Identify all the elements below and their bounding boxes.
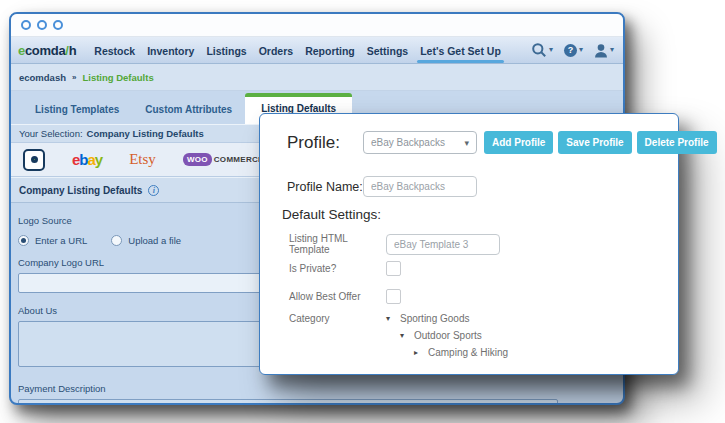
tree-item-sporting-goods[interactable]: ▾ Sporting Goods xyxy=(386,313,508,324)
is-private-field: Is Private? xyxy=(289,261,401,276)
selection-value: Company Listing Defaults xyxy=(87,128,204,139)
nav-item-orders[interactable]: Orders xyxy=(259,38,293,63)
selection-label: Your Selection: xyxy=(19,128,83,139)
profile-row: Profile: eBay Backpacks ▾ Add Profile Sa… xyxy=(287,131,717,154)
ebay-letter: b xyxy=(79,151,87,168)
tree-item-camping-hiking[interactable]: ▸ Camping & Hiking xyxy=(414,347,508,358)
nav-item-reporting[interactable]: Reporting xyxy=(305,38,355,63)
default-settings-heading: Default Settings: xyxy=(282,207,381,222)
search-icon xyxy=(531,42,547,58)
profile-label: Profile: xyxy=(287,133,363,153)
logo-part: h xyxy=(69,43,77,58)
add-profile-button[interactable]: Add Profile xyxy=(484,131,553,154)
breadcrumb-home[interactable]: ecomdash xyxy=(19,72,66,83)
user-icon xyxy=(594,43,608,58)
profile-select-value: eBay Backpacks xyxy=(371,137,445,148)
navbar-right-icons: ▾ ? ▾ ▾ xyxy=(523,42,614,58)
payment-description-label: Payment Description xyxy=(18,383,623,394)
chevron-down-icon: ▾ xyxy=(464,138,469,148)
tree-item-label: Camping & Hiking xyxy=(428,347,508,358)
radio-enter-url-label: Enter a URL xyxy=(35,235,87,246)
listing-html-template-input[interactable] xyxy=(386,234,500,255)
tree-item-label: Outdoor Sports xyxy=(414,330,482,341)
help-menu[interactable]: ? ▾ xyxy=(564,44,583,57)
save-profile-button[interactable]: Save Profile xyxy=(558,131,631,154)
payment-description-textarea[interactable] xyxy=(18,399,558,405)
breadcrumb: ecomdash » Listing Defaults xyxy=(11,64,623,91)
top-navbar: ecomda/h Restock Inventory Listings Orde… xyxy=(11,37,623,64)
nav-item-listings[interactable]: Listings xyxy=(206,38,246,63)
user-menu[interactable]: ▾ xyxy=(594,43,614,58)
listing-html-template-field: Listing HTML Template xyxy=(289,233,500,255)
tab-custom-attributes[interactable]: Custom Attributes xyxy=(132,95,245,124)
profile-name-row: Profile Name: xyxy=(287,176,477,197)
logo-part: comda xyxy=(25,43,65,58)
is-private-label: Is Private? xyxy=(289,263,386,274)
chevron-down-icon: ▾ xyxy=(610,46,614,54)
chevron-down-icon: ▾ xyxy=(579,46,583,54)
allow-best-offer-checkbox[interactable] xyxy=(386,289,401,304)
section-title: Company Listing Defaults xyxy=(19,185,142,196)
tree-expanded-icon[interactable]: ▾ xyxy=(386,314,394,323)
listing-html-template-label: Listing HTML Template xyxy=(289,233,386,255)
profile-name-label: Profile Name: xyxy=(287,180,363,194)
ecomdash-logo: ecomda/h xyxy=(18,43,76,58)
tree-item-outdoor-sports[interactable]: ▾ Outdoor Sports xyxy=(400,330,508,341)
is-private-checkbox[interactable] xyxy=(386,261,401,276)
nav-item-lets-get-set-up[interactable]: Let's Get Set Up xyxy=(420,38,501,63)
woo-badge: WOO xyxy=(183,153,212,166)
window-control-icon[interactable] xyxy=(37,20,47,30)
ebay-letter: y xyxy=(95,151,102,168)
allow-best-offer-label: Allow Best Offer xyxy=(289,291,386,302)
radio-upload-file-label: Upload a file xyxy=(128,235,181,246)
category-field: Category ▾ Sporting Goods ▾ Outdoor Spor… xyxy=(289,313,508,358)
radio-icon xyxy=(111,235,122,246)
ebay-logo[interactable]: ebay xyxy=(72,151,102,168)
company-platform-icon-center xyxy=(31,156,38,163)
chevron-down-icon: ▾ xyxy=(549,46,553,54)
nav-item-settings[interactable]: Settings xyxy=(367,38,408,63)
nav-item-restock[interactable]: Restock xyxy=(94,38,135,63)
company-platform-icon[interactable] xyxy=(23,149,45,171)
allow-best-offer-field: Allow Best Offer xyxy=(289,289,401,304)
woocommerce-logo[interactable]: WOO COMMERCE xyxy=(183,153,264,166)
ebay-letter: a xyxy=(88,151,95,168)
woo-wordmark: COMMERCE xyxy=(214,155,264,164)
breadcrumb-separator-icon: » xyxy=(72,73,76,82)
help-icon: ? xyxy=(564,44,577,57)
profile-name-input[interactable] xyxy=(363,176,477,197)
profile-select[interactable]: eBay Backpacks ▾ xyxy=(363,131,477,154)
window-titlebar xyxy=(11,14,623,37)
etsy-logo[interactable]: Etsy xyxy=(129,151,156,168)
tree-expanded-icon[interactable]: ▾ xyxy=(400,331,408,340)
profile-panel: Profile: eBay Backpacks ▾ Add Profile Sa… xyxy=(259,113,679,375)
radio-icon xyxy=(18,235,29,246)
tree-collapsed-icon[interactable]: ▸ xyxy=(414,348,422,357)
radio-upload-file[interactable]: Upload a file xyxy=(111,235,181,246)
delete-profile-button[interactable]: Delete Profile xyxy=(637,131,717,154)
tree-item-label: Sporting Goods xyxy=(400,313,470,324)
tab-listing-templates[interactable]: Listing Templates xyxy=(22,95,132,124)
logo-part: e xyxy=(18,43,25,58)
info-icon[interactable]: i xyxy=(148,185,159,196)
profile-buttons: Add Profile Save Profile Delete Profile xyxy=(484,131,717,154)
window-control-icon[interactable] xyxy=(21,20,31,30)
breadcrumb-current: Listing Defaults xyxy=(82,72,153,83)
search-menu[interactable]: ▾ xyxy=(531,42,553,58)
nav-item-inventory[interactable]: Inventory xyxy=(147,38,194,63)
category-tree: ▾ Sporting Goods ▾ Outdoor Sports ▸ Camp… xyxy=(386,313,508,358)
window-control-icon[interactable] xyxy=(53,20,63,30)
radio-enter-url[interactable]: Enter a URL xyxy=(18,235,87,246)
category-label: Category xyxy=(289,313,386,324)
